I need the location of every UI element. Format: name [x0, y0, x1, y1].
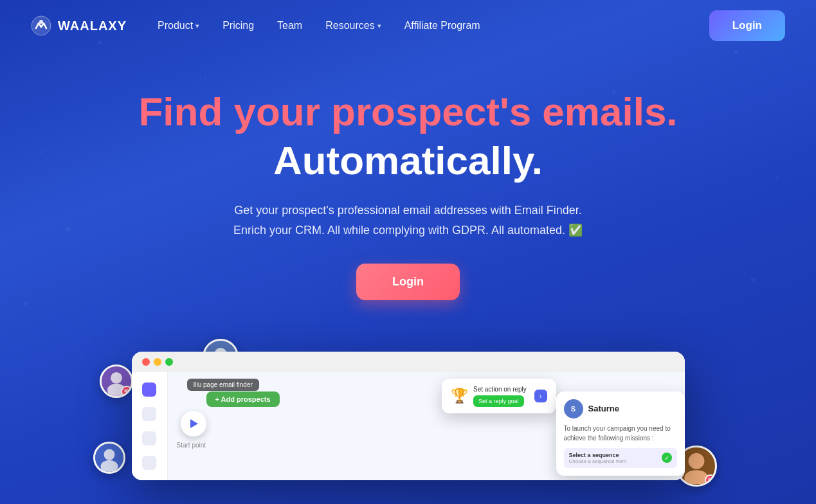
play-button[interactable]: [181, 411, 206, 437]
saturne-card: S Saturne To launch your campaign you ne…: [556, 392, 685, 476]
saturne-name: Saturne: [588, 404, 619, 413]
navbar: WAALAXY Product ▾ Pricing Team: [0, 0, 816, 51]
avatar-2: ✉: [100, 364, 133, 398]
sidebar-icon-1: [142, 407, 156, 421]
window-close-dot: [142, 358, 150, 366]
hero-cta-button[interactable]: Login: [356, 264, 460, 300]
hero-subtitle: Get your prospect's professional email a…: [209, 201, 608, 240]
play-triangle-icon: [190, 419, 198, 428]
saturne-option-title: Select a sequence: [569, 452, 626, 458]
screenshot-area: ✉ ✉ ✉: [119, 352, 698, 480]
trophy-card-title: Set action on reply: [473, 385, 527, 394]
nav-item-resources[interactable]: Resources ▾: [325, 20, 381, 32]
saturne-option: Select a sequence Choose a sequence from…: [564, 448, 677, 468]
nav-login-button[interactable]: Login: [709, 10, 785, 41]
app-sidebar: [132, 372, 168, 480]
add-icon: +: [215, 395, 219, 403]
notification-badge-5: ✉: [705, 474, 716, 486]
nav-item-team[interactable]: Team: [277, 20, 302, 32]
svg-point-6: [111, 372, 122, 384]
svg-point-15: [688, 453, 704, 469]
saturne-header: S Saturne: [564, 399, 677, 419]
nav-link-product[interactable]: Product ▾: [158, 20, 199, 32]
window-minimize-dot: [154, 358, 161, 366]
sidebar-icon-2: [142, 431, 156, 446]
hero-title-white: Automatically.: [13, 139, 803, 183]
sidebar-icon-3: [142, 456, 156, 470]
saturne-option-sub: Choose a sequence from: [569, 458, 626, 464]
chevron-down-icon: ▾: [377, 22, 381, 30]
nav-link-resources[interactable]: Resources ▾: [325, 20, 381, 32]
saturne-body: To launch your campaign you need to achi…: [564, 424, 677, 443]
nav-link-team[interactable]: Team: [277, 20, 302, 32]
nav-link-pricing[interactable]: Pricing: [222, 20, 254, 32]
waalaxy-logo-icon: [31, 15, 51, 36]
frame-main: Illu page email finder + Add prospects S…: [168, 372, 685, 480]
svg-point-1: [39, 20, 43, 24]
arrow-button[interactable]: ›: [534, 390, 547, 402]
add-prospects-button[interactable]: + Add prospects: [206, 392, 280, 407]
chevron-down-icon: ▾: [195, 22, 199, 30]
window-expand-dot: [165, 358, 173, 366]
trophy-card: 🏆 Set action on reply Set a reply goal ›: [442, 379, 556, 413]
nav-item-pricing[interactable]: Pricing: [222, 20, 254, 32]
titlebar: [132, 352, 685, 372]
start-point-label: Start point: [177, 442, 206, 449]
nav-link-affiliate[interactable]: Affiliate Program: [404, 20, 480, 32]
product-screenshot: Illu page email finder + Add prospects S…: [132, 352, 685, 480]
trophy-icon: 🏆: [451, 388, 468, 404]
frame-content: Illu page email finder + Add prospects S…: [132, 372, 685, 480]
illu-label-tag: Illu page email finder: [187, 379, 259, 391]
sidebar-icon-active: [142, 382, 156, 397]
nav-links: Product ▾ Pricing Team Resources: [158, 20, 480, 32]
nav-item-affiliate[interactable]: Affiliate Program: [404, 20, 480, 32]
notification-badge-2: ✉: [121, 386, 132, 397]
logo-text: WAALAXY: [58, 19, 127, 33]
svg-point-9: [104, 449, 114, 460]
saturne-avatar: S: [564, 399, 583, 419]
avatar-3: [93, 442, 125, 474]
check-icon: ✓: [662, 453, 672, 463]
hero-title-pink: Find your prospect's emails.: [13, 90, 803, 134]
logo-link[interactable]: WAALAXY: [31, 15, 127, 36]
nav-item-product[interactable]: Product ▾: [158, 20, 199, 32]
set-reply-button[interactable]: Set a reply goal: [473, 395, 524, 407]
hero-section: Find your prospect's emails. Automatical…: [0, 51, 816, 326]
